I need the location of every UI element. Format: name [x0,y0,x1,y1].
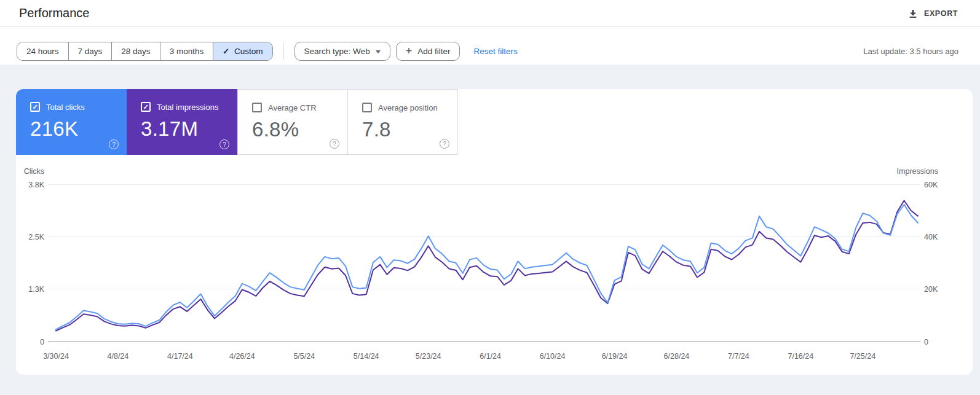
range-label: 7 days [78,47,103,56]
x-axis-label: 7/7/24 [728,352,749,361]
y-axis-tick-left: 1.3K [28,285,44,294]
x-axis-label: 4/8/24 [108,352,129,361]
range-label: 3 months [170,47,204,56]
x-axis-label: 4/26/24 [229,352,255,361]
x-axis-label: 3/30/24 [43,352,69,361]
range-button-3-months[interactable]: 3 months [160,42,213,60]
checked-checkbox[interactable]: ✓ [141,102,151,112]
y-axis-tick-left: 0 [40,338,44,346]
chevron-down-icon [376,50,381,53]
reset-filters-link[interactable]: Reset filters [473,47,517,56]
range-button-custom[interactable]: ✓Custom [213,42,272,60]
y-axis-tick-right: 0 [924,338,928,346]
x-axis-label: 4/17/24 [167,352,193,361]
metric-label: Total clicks [46,103,85,112]
y-axis-tick-right: 60K [924,181,938,189]
metrics-row: ✓Total clicks216K?✓Total impressions3.17… [16,89,973,155]
metric-value: 3.17M [141,117,237,141]
content-area: ✓Total clicks216K?✓Total impressions3.17… [0,65,980,395]
metric-card-average-position[interactable]: Average position7.8? [347,89,458,155]
range-button-7-days[interactable]: 7 days [68,42,112,60]
unchecked-checkbox[interactable] [252,103,262,112]
performance-panel: ✓Total clicks216K?✓Total impressions3.17… [16,89,973,375]
page-title: Performance [19,6,90,20]
checkmark-icon: ✓ [223,47,229,56]
help-circle-icon[interactable]: ? [440,139,449,149]
metric-label: Average CTR [268,103,317,112]
export-label: EXPORT [924,9,958,18]
total-impressions-line [56,201,918,331]
range-button-28-days[interactable]: 28 days [111,42,159,60]
unchecked-checkbox[interactable] [362,103,372,112]
add-filter-button[interactable]: + Add filter [396,42,460,61]
search-type-dropdown[interactable]: Search type: Web [294,42,390,61]
divider [283,43,284,60]
export-button[interactable]: EXPORT [907,6,959,21]
performance-chart: 001.3K20K2.5K40K3.8K60KClicksImpressions… [16,155,973,375]
y-axis-tick-right: 40K [924,233,938,241]
metric-value: 6.8% [252,118,347,141]
metric-label: Total impressions [157,103,218,112]
search-console-performance-page: Performance EXPORT 24 hours7 days28 days… [0,0,980,395]
page-header: Performance EXPORT [0,0,980,27]
x-axis-label: 5/5/24 [293,352,315,361]
x-axis-label: 7/25/24 [850,352,875,361]
help-circle-icon[interactable]: ? [330,139,339,149]
metric-value: 216K [30,117,127,141]
y-axis-tick-left: 3.8K [28,181,44,189]
range-label: Custom [234,47,263,56]
search-type-label: Search type: Web [304,47,370,56]
y-axis-title-impressions: Impressions [897,167,938,176]
help-circle-icon[interactable]: ? [109,139,119,149]
range-label: 24 hours [26,47,59,56]
last-update-text: Last update: 3.5 hours ago [863,47,958,56]
metric-card-total-impressions[interactable]: ✓Total impressions3.17M? [127,89,237,155]
x-axis-label: 5/14/24 [354,352,379,361]
metric-label: Average position [378,103,438,112]
clicks-impressions-chart: 001.3K20K2.5K40K3.8K60KClicksImpressions… [16,155,973,375]
x-axis-label: 6/10/24 [540,352,566,361]
checked-checkbox[interactable]: ✓ [30,102,40,112]
plus-icon: + [406,45,413,57]
y-axis-tick-left: 2.5K [28,233,44,241]
download-icon [908,9,918,18]
metric-card-average-ctr[interactable]: Average CTR6.8%? [237,89,348,155]
help-circle-icon[interactable]: ? [219,139,229,149]
filter-bar: 24 hours7 days28 days3 months✓Custom Sea… [0,27,980,65]
x-axis-label: 7/16/24 [788,352,813,361]
x-axis-label: 6/28/24 [664,352,690,361]
metric-value: 7.8 [362,118,457,141]
x-axis-label: 5/23/24 [416,352,441,361]
y-axis-title-clicks: Clicks [24,167,44,176]
range-button-24-hours[interactable]: 24 hours [17,42,68,60]
date-range-group: 24 hours7 days28 days3 months✓Custom [17,42,273,61]
x-axis-label: 6/1/24 [480,352,501,361]
x-axis-label: 6/19/24 [602,352,628,361]
range-label: 28 days [121,47,150,56]
add-filter-label: Add filter [417,47,450,56]
metric-card-total-clicks[interactable]: ✓Total clicks216K? [16,89,127,155]
y-axis-tick-right: 20K [924,285,938,294]
